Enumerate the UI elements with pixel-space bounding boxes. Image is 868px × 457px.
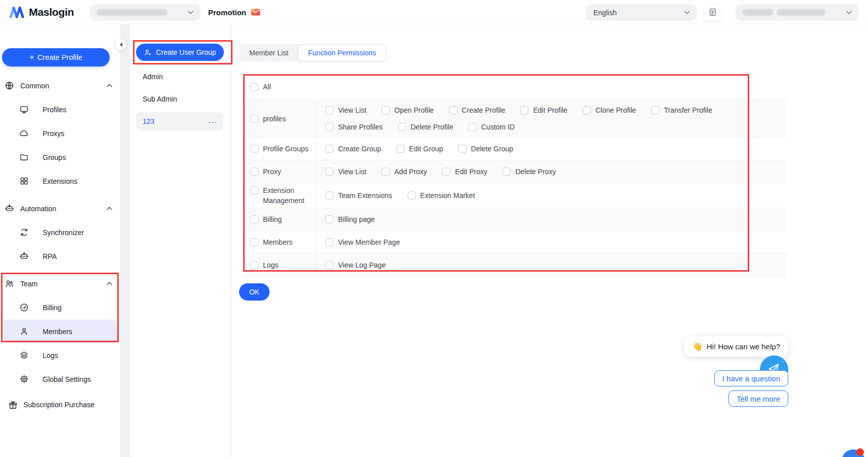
checkbox-custom-id[interactable]: Custom ID [469,122,515,132]
checkbox-view-log-page[interactable]: View Log Page [325,260,386,270]
workspace-select[interactable] [90,4,201,21]
checkbox [325,261,333,269]
chevron-down-icon [188,11,193,14]
sidebar-section-common[interactable]: Common [0,74,120,97]
category-checkbox-members[interactable]: Members [250,237,292,247]
user-group-item-sub-admin[interactable]: Sub Admin [130,88,230,110]
checkbox [398,123,406,131]
sidebar-item-proxys[interactable]: Proxys [0,121,120,145]
checkbox-create-group[interactable]: Create Group [325,144,381,154]
user-group-item-123[interactable]: 123··· [136,112,223,130]
checkbox-label: Edit Profile [533,105,567,115]
category-checkbox-profiles[interactable]: profiles [250,114,286,124]
ok-button[interactable]: OK [239,283,270,301]
checkbox-clone-profile[interactable]: Clone Profile [583,105,636,115]
checkbox-label: Profile Groups [263,144,308,154]
checkbox-open-profile[interactable]: Open Profile [382,105,434,115]
chat-reply-tell-me-more[interactable]: Tell me more [728,390,788,407]
category-checkbox-extension-management[interactable]: Extension Management [250,185,312,206]
checkbox-edit-proxy[interactable]: Edit Proxy [442,167,487,177]
user-group-item-admin[interactable]: Admin [130,66,230,88]
checkbox-add-proxy[interactable]: Add Proxy [382,167,427,177]
permission-options-cell: View ListOpen ProfileCreate ProfileEdit … [316,100,787,137]
checkbox-extension-market[interactable]: Extension Market [408,190,475,201]
create-profile-label: Create Profile [38,53,83,61]
sidebar-item-synchronizer[interactable]: Synchronizer [0,220,120,244]
checkbox-edit-group[interactable]: Edit Group [396,144,443,154]
checkbox [250,215,258,223]
notes-button[interactable] [704,3,722,21]
sidebar-section-team[interactable]: Team [0,272,120,296]
checkbox [325,145,333,153]
checkbox-delete-profile[interactable]: Delete Profile [398,122,453,132]
checkbox-delete-group[interactable]: Delete Group [458,144,513,154]
tab-function-permissions[interactable]: Function Permissions [298,44,386,61]
checkbox-view-member-page[interactable]: View Member Page [325,237,400,247]
category-checkbox-billing[interactable]: Billing [250,214,282,224]
promotion-link[interactable]: Promotion [208,0,260,24]
sidebar-item-groups[interactable]: Groups [0,145,120,169]
user-group-label: Admin [143,73,163,81]
checkbox-team-extensions[interactable]: Team Extensions [325,190,392,201]
checkbox-label: Edit Proxy [455,167,487,177]
checkbox-view-list[interactable]: View List [325,167,366,177]
globe-icon [5,81,14,90]
gear-icon [19,374,29,384]
category-checkbox-logs[interactable]: Logs [250,260,278,270]
language-select[interactable]: English [586,4,697,21]
permissions-table: All profilesView ListOpen ProfileCreate … [243,74,787,277]
checkbox-edit-profile[interactable]: Edit Profile [520,105,567,115]
sidebar-item-subscription-purchase[interactable]: Subscription Purchase [0,394,120,416]
category-checkbox-proxy[interactable]: Proxy [250,167,281,177]
cloud-icon [19,128,29,138]
permission-select-all[interactable]: All [243,74,787,100]
checkbox [325,123,333,131]
checkbox-view-list[interactable]: View List [325,105,366,115]
sidebar-item-label: Billing [43,304,61,312]
checkbox [442,168,450,176]
monitor-icon [19,105,29,114]
sidebar-item-members[interactable]: Members [3,319,117,343]
checkbox-billing-page[interactable]: Billing page [325,214,375,224]
checkbox-transfer-profile[interactable]: Transfer Profile [651,105,712,115]
create-user-group-button[interactable]: Create User Group [136,44,224,61]
sidebar-item-logs[interactable]: Logs [0,343,120,367]
checkbox-label: Clone Profile [595,105,636,115]
sidebar-item-rpa[interactable]: RPA [0,244,120,268]
sidebar-item-extensions[interactable]: Extensions [0,169,120,193]
sidebar-item-billing[interactable]: Billing [0,296,120,319]
checkbox [250,145,258,153]
tab-member-list[interactable]: Member List [240,44,298,61]
checkbox [396,145,405,153]
sidebar-collapse-button[interactable] [115,39,126,50]
create-profile-button[interactable]: + Create Profile [2,48,110,67]
category-checkbox-profile-groups[interactable]: Profile Groups [250,144,308,154]
checkbox-delete-proxy[interactable]: Delete Proxy [503,167,556,177]
more-actions-button[interactable]: ··· [208,117,217,126]
sidebar-item-label: Synchronizer [43,228,84,237]
account-menu[interactable] [736,4,859,21]
permission-row-proxy: ProxyView ListAdd ProxyEdit ProxyDelete … [243,160,787,183]
checkbox-create-profile[interactable]: Create Profile [449,105,506,115]
chat-reply-i-have-a-question[interactable]: I have a question [714,370,788,386]
sidebar-item-profiles[interactable]: Profiles [0,97,120,121]
checkbox-all[interactable] [250,83,258,91]
sidebar-section-label: Automation [20,205,56,213]
checkbox [503,168,511,176]
notification-badge [856,448,864,456]
sidebar-item-global-settings[interactable]: Global Settings [0,367,120,391]
checkbox-share-profiles[interactable]: Share Profiles [325,122,383,132]
person-plus-icon [144,48,152,57]
permission-options-cell: Team ExtensionsExtension Market [316,183,787,208]
sidebar-section-automation[interactable]: Automation [0,197,120,220]
robot-icon [19,251,29,261]
checkbox-label: Transfer Profile [664,105,712,115]
checkbox [325,238,333,246]
checkbox [250,168,258,176]
checkbox-label: Proxy [263,167,281,177]
sidebar-item-label: Members [43,328,72,336]
gauge-icon [19,303,29,312]
checkbox [651,106,659,114]
permission-category-cell: Extension Management [243,183,316,208]
topbar: Maslogin Promotion English [0,0,868,24]
